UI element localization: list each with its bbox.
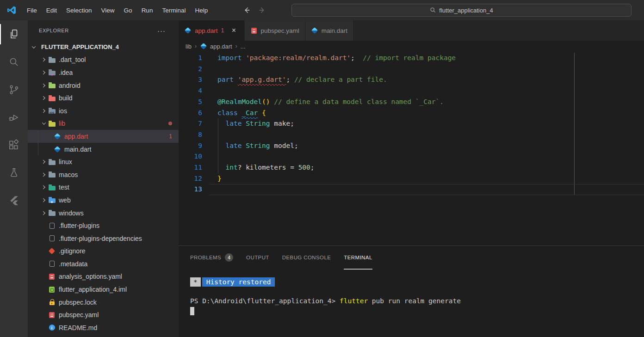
tree-item-label: pubspec.yaml xyxy=(59,311,99,319)
history-restored-banner: * History restored xyxy=(190,277,644,287)
file-file-icon xyxy=(48,222,56,229)
file-file-icon xyxy=(48,235,56,242)
tree-item-android[interactable]: android xyxy=(28,79,179,92)
tree-item-.idea[interactable]: ◆.idea xyxy=(28,66,179,79)
close-icon[interactable]: × xyxy=(229,26,239,35)
code-line-1: 1import 'package:realm/realm.dart'; // i… xyxy=(179,53,644,64)
modified-dot xyxy=(168,122,172,125)
nav-arrows xyxy=(242,6,267,15)
explorer-sidebar: EXPLORER ··· FLUTTER_APPLICATION_4.dart_… xyxy=(28,20,179,337)
tree-item-label: windows xyxy=(59,209,84,217)
tree-item-windows[interactable]: windows xyxy=(28,207,179,220)
tree-item-build[interactable]: build xyxy=(28,92,179,104)
file-file-icon xyxy=(48,260,56,268)
tree-item-macos[interactable]: macos xyxy=(28,168,179,181)
code-line-7: 7 late String make; xyxy=(179,118,644,129)
panel-tabs: PROBLEMS4OUTPUTDEBUG CONSOLETERMINAL xyxy=(179,246,644,267)
forward-icon[interactable] xyxy=(258,6,267,15)
tree-item-pubspec.lock[interactable]: pubspec.lock xyxy=(28,296,179,309)
tab-pubspec-yaml[interactable]: pubspec.yaml xyxy=(245,20,305,41)
tree-item-readme.md[interactable]: README.md xyxy=(28,321,179,334)
line-number: 5 xyxy=(179,97,202,108)
menu-edit[interactable]: Edit xyxy=(42,4,62,17)
menu-help[interactable]: Help xyxy=(190,4,212,17)
tree-item-label: linux xyxy=(59,158,72,165)
tab-label: main.dart xyxy=(322,27,347,34)
tree-item-test[interactable]: test xyxy=(28,181,179,194)
readme-file-icon xyxy=(48,324,56,331)
panel-tab-terminal[interactable]: TERMINAL xyxy=(344,248,372,270)
panel-tab-output[interactable]: OUTPUT xyxy=(246,246,269,267)
activitybar-item-extensions[interactable] xyxy=(0,131,28,159)
tree-item-.flutter-plugins-dependencies[interactable]: .flutter-plugins-dependencies xyxy=(28,232,179,245)
code-line-11: 11 int? kilometers = 500; xyxy=(179,162,644,173)
breadcrumb-item----[interactable]: ... xyxy=(241,43,246,50)
tree-item-.dart_tool[interactable]: .dart_tool xyxy=(28,54,179,67)
tree-item-flutter_application_4[interactable]: FLUTTER_APPLICATION_4 xyxy=(28,41,179,54)
tree-item-ios[interactable]: iOSios xyxy=(28,104,179,117)
command-center-search[interactable]: flutter_application_4 xyxy=(291,4,632,17)
breadcrumb[interactable]: lib›app.dart›... xyxy=(179,41,644,52)
folder-icon: iOS xyxy=(48,107,56,115)
code-editor[interactable]: 1import 'package:realm/realm.dart'; // i… xyxy=(179,52,644,245)
tree-item-.flutter-plugins[interactable]: .flutter-plugins xyxy=(28,219,179,232)
activitybar-item-source-control[interactable] xyxy=(0,76,28,104)
terminal[interactable]: * History restored PS D:\Android\flutter… xyxy=(179,267,644,337)
line-number: 6 xyxy=(179,108,202,119)
activitybar-item-flutter[interactable] xyxy=(0,187,28,214)
tree-item-label: android xyxy=(59,82,80,89)
breadcrumb-separator-icon: › xyxy=(235,43,237,49)
line-number: 8 xyxy=(179,129,202,141)
activitybar-item-search[interactable] xyxy=(0,48,28,76)
tree-item-label: .flutter-plugins xyxy=(59,222,99,229)
tree-item-label: .idea xyxy=(59,69,73,76)
activitybar-item-explorer[interactable] xyxy=(0,20,28,48)
tab-app-dart[interactable]: app.dart1× xyxy=(179,20,245,41)
tree-item-label: .metadata xyxy=(59,260,87,268)
line-number: 1 xyxy=(179,53,202,64)
tree-item-app.dart[interactable]: app.dart1 xyxy=(28,130,179,143)
terminal-cursor xyxy=(190,307,194,315)
breadcrumb-item-lib[interactable]: lib xyxy=(186,43,192,50)
back-icon[interactable] xyxy=(242,6,251,15)
tree-item-.metadata[interactable]: .metadata xyxy=(28,257,179,270)
tree-item-.gitignore[interactable]: .gitignore xyxy=(28,245,179,258)
line-number: 9 xyxy=(179,141,202,152)
tab-modified-badge: 1 xyxy=(221,27,224,34)
code-lines: 1import 'package:realm/realm.dart'; // i… xyxy=(179,53,644,195)
tree-item-lib[interactable]: lib xyxy=(28,117,179,130)
tree-item-analysis_options.yaml[interactable]: analysis_options.yaml xyxy=(28,270,179,283)
code-line-12: 12} xyxy=(179,173,644,184)
menu-view[interactable]: View xyxy=(97,4,119,17)
tree-item-label: README.md xyxy=(59,324,97,331)
tree-item-main.dart[interactable]: main.dart xyxy=(28,143,179,156)
line-content xyxy=(202,129,217,141)
folder-icon: ◆ xyxy=(48,69,56,76)
tree-item-linux[interactable]: linux xyxy=(28,155,179,168)
tab-main-dart[interactable]: main.dart xyxy=(305,20,353,41)
yaml-file-icon xyxy=(48,311,56,319)
tab-label: pubspec.yaml xyxy=(261,27,299,34)
menu-run[interactable]: Run xyxy=(137,4,158,17)
chevron-right-icon xyxy=(40,107,48,115)
sidebar-more-actions-icon[interactable]: ··· xyxy=(157,27,166,35)
folder-icon xyxy=(48,56,56,63)
panel-tab-problems[interactable]: PROBLEMS4 xyxy=(190,246,233,267)
line-content: late String make; xyxy=(202,118,294,129)
chevron-right-icon xyxy=(40,69,48,76)
menu-file[interactable]: File xyxy=(22,4,42,17)
panel-tab-debug-console[interactable]: DEBUG CONSOLE xyxy=(282,246,331,267)
menu-go[interactable]: Go xyxy=(119,4,137,17)
line-number: 2 xyxy=(179,64,202,75)
tree-item-web[interactable]: ⊕web xyxy=(28,194,179,207)
activitybar-item-testing[interactable] xyxy=(0,159,28,187)
tree-item-pubspec.yaml[interactable]: pubspec.yaml xyxy=(28,308,179,321)
menu-terminal[interactable]: Terminal xyxy=(157,4,190,17)
run-debug-icon xyxy=(8,111,20,123)
editor-tabs: app.dart1×pubspec.yamlmain.dart xyxy=(179,20,644,41)
tree-item-label: ios xyxy=(59,107,67,115)
breadcrumb-item-app-dart[interactable]: app.dart xyxy=(200,43,232,50)
activitybar-item-run-debug[interactable] xyxy=(0,104,28,131)
menu-selection[interactable]: Selection xyxy=(62,4,97,17)
tree-item-flutter_application_4.iml[interactable]: flutter_application_4.iml xyxy=(28,283,179,296)
